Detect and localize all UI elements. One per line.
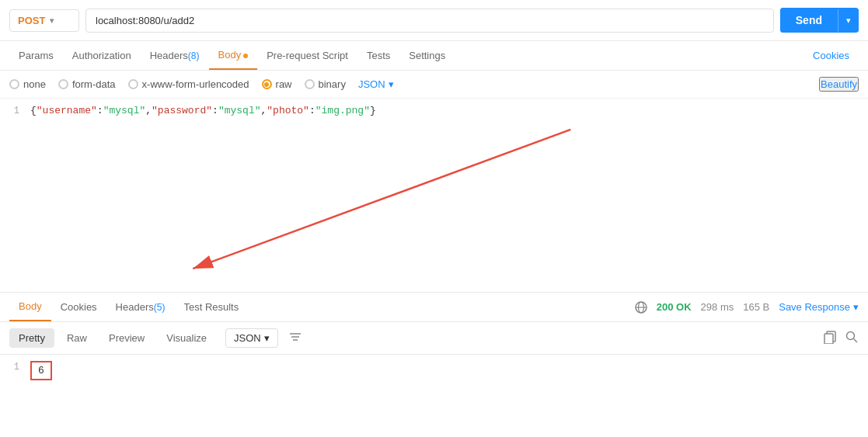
svg-line-1: [193, 130, 570, 269]
sub-tab-visualize[interactable]: Visualize: [157, 328, 216, 348]
response-json-dropdown[interactable]: JSON ▾: [225, 328, 278, 348]
svg-rect-9: [824, 334, 833, 344]
json-format-selector[interactable]: JSON ▾: [358, 78, 394, 90]
send-dropdown-button[interactable]: ▾: [838, 9, 859, 32]
tab-settings[interactable]: Settings: [399, 42, 455, 69]
key-username: "username": [37, 105, 97, 116]
copy-icon[interactable]: [823, 330, 837, 346]
response-tabs: Body Cookies Headers(5) Test Results 200…: [0, 293, 868, 322]
response-status-bar: 200 OK 298 ms 165 B Save Response ▾: [635, 301, 859, 314]
response-tab-headers[interactable]: Headers(5): [106, 293, 175, 321]
radio-urlencoded-label: x-www-form-urlencoded: [142, 78, 249, 90]
response-time: 298 ms: [701, 301, 734, 313]
search-icon[interactable]: [845, 330, 859, 346]
method-chevron-icon: ▾: [50, 16, 54, 25]
top-bar: POST ▾ Send ▾: [0, 0, 868, 41]
sub-tab-preview[interactable]: Preview: [99, 328, 154, 348]
response-format-selector: JSON ▾: [225, 328, 278, 348]
response-json-label: JSON: [234, 332, 261, 344]
body-active-dot: [243, 54, 248, 58]
close-brace: }: [370, 105, 376, 116]
json-format-chevron: ▾: [389, 78, 394, 90]
colon-1: :: [97, 105, 103, 116]
response-json-chevron: ▾: [264, 332, 270, 344]
tab-body-label: Body: [218, 49, 242, 61]
line-number-1: 1: [0, 105, 27, 116]
tab-authorization[interactable]: Authorization: [63, 42, 141, 69]
editor-wrapper: 1 {"username":"mysql","password":"mysql"…: [0, 99, 868, 293]
val-password: "mysql": [218, 105, 261, 116]
radio-form-data-label: form-data: [72, 78, 116, 90]
radio-raw-label: raw: [276, 78, 292, 90]
status-code: 200 OK: [657, 301, 692, 313]
svg-point-10: [847, 332, 855, 340]
json-format-label: JSON: [358, 78, 385, 90]
radio-urlencoded-circle: [128, 79, 138, 89]
send-button-group: Send ▾: [780, 8, 859, 33]
method-selector[interactable]: POST ▾: [9, 9, 79, 32]
line-content-1: {"username":"mysql","password":"mysql","…: [27, 105, 868, 116]
response-line-1: 1 6: [0, 361, 868, 380]
url-input[interactable]: [85, 9, 774, 33]
radio-none[interactable]: none: [9, 78, 46, 90]
val-photo: "img.png": [315, 105, 370, 116]
radio-raw-circle: [262, 79, 272, 89]
method-label: POST: [18, 15, 45, 26]
response-icons: [823, 330, 859, 346]
radio-form-data[interactable]: form-data: [58, 78, 116, 90]
annotation-arrow: [0, 99, 868, 292]
request-tabs: Params Authorization Headers(8) Body Pre…: [0, 41, 868, 71]
key-photo: "photo": [267, 105, 309, 116]
tab-headers[interactable]: Headers(8): [141, 42, 209, 69]
comma-1: ,: [145, 105, 152, 116]
sub-tab-raw[interactable]: Raw: [58, 328, 96, 348]
tab-tests[interactable]: Tests: [357, 42, 399, 69]
key-password: "password": [152, 105, 212, 116]
save-response-label: Save Response: [779, 301, 850, 313]
tab-prerequest[interactable]: Pre-request Script: [257, 42, 357, 69]
sub-tab-pretty[interactable]: Pretty: [9, 328, 54, 348]
response-body: 1 6: [0, 355, 868, 401]
send-button[interactable]: Send: [780, 8, 838, 33]
open-brace: {: [30, 105, 37, 116]
response-size: 165 B: [743, 301, 769, 313]
response-headers-badge: (5): [154, 302, 166, 313]
filter-icon[interactable]: [288, 329, 303, 347]
globe-icon: [635, 301, 647, 314]
svg-line-11: [854, 339, 858, 343]
radio-none-circle: [9, 79, 19, 89]
editor-line-1: 1 {"username":"mysql","password":"mysql"…: [0, 105, 868, 116]
radio-binary-label: binary: [319, 78, 346, 90]
response-sub-tabs: Pretty Raw Preview Visualize JSON ▾: [0, 322, 868, 355]
filter-svg: [288, 329, 303, 345]
tab-headers-badge: (8): [188, 50, 200, 61]
colon-2: :: [212, 105, 218, 116]
radio-none-label: none: [23, 78, 46, 90]
body-type-bar: none form-data x-www-form-urlencoded raw…: [0, 71, 868, 99]
request-editor[interactable]: 1 {"username":"mysql","password":"mysql"…: [0, 99, 868, 293]
tab-headers-label: Headers: [150, 50, 188, 61]
tab-params[interactable]: Params: [9, 42, 63, 69]
response-tab-test-results[interactable]: Test Results: [174, 293, 248, 321]
response-value: 6: [30, 361, 52, 380]
tab-body[interactable]: Body: [209, 41, 258, 70]
radio-urlencoded[interactable]: x-www-form-urlencoded: [128, 78, 249, 90]
radio-binary[interactable]: binary: [305, 78, 346, 90]
response-headers-label: Headers: [116, 301, 154, 313]
save-response-button[interactable]: Save Response ▾: [779, 301, 859, 313]
radio-raw[interactable]: raw: [262, 78, 292, 90]
radio-form-data-circle: [58, 79, 68, 89]
response-tab-cookies[interactable]: Cookies: [51, 293, 106, 321]
response-tab-body[interactable]: Body: [9, 293, 51, 321]
tab-cookies[interactable]: Cookies: [804, 42, 859, 69]
response-line-number-1: 1: [0, 361, 27, 373]
colon-3: :: [309, 105, 315, 116]
beautify-button[interactable]: Beautify: [819, 77, 859, 92]
save-response-chevron: ▾: [853, 301, 859, 313]
val-username: "mysql": [103, 105, 146, 116]
radio-binary-circle: [305, 79, 315, 89]
